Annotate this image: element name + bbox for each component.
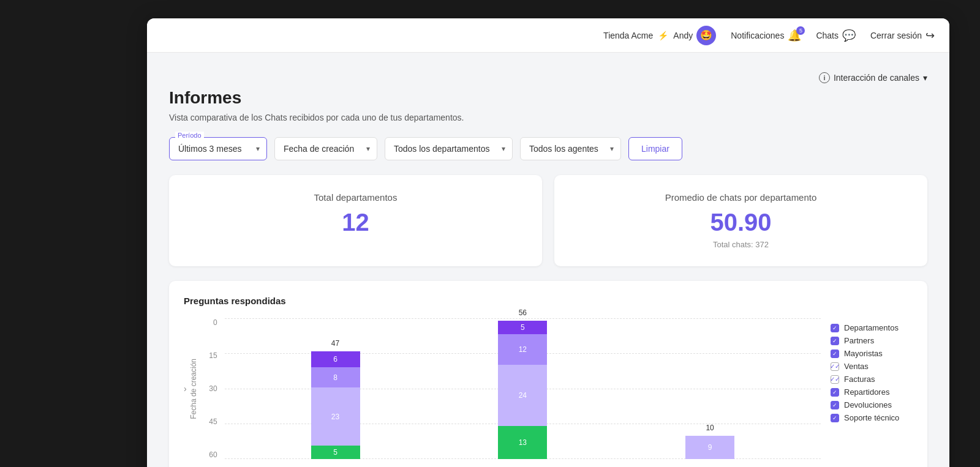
legend-item-mayoristas: Mayoristas — [831, 349, 913, 358]
period-label: Período — [175, 132, 204, 139]
header: Tienda Acme ⚡ Andy 🤩 Notificaciones 🔔 5 … — [147, 18, 949, 53]
channel-interaction-button[interactable]: i Interacción de canales ▾ — [819, 72, 927, 83]
y-axis-label-container: › Fecha de creación — [184, 318, 198, 467]
channel-interaction-label: Interacción de canales — [834, 73, 919, 83]
notifications-label: Notificaciones — [731, 31, 784, 40]
y-axis-ticks: 60 45 30 15 0 — [203, 318, 217, 467]
legend-checkbox-ventas[interactable]: ✓ — [831, 362, 839, 371]
legend-label-soporte: Soporte técnico — [844, 413, 899, 422]
dept-filter-wrap: Todos los departamentos — [385, 137, 513, 160]
chevron-down-icon: ▾ — [923, 73, 927, 83]
bar-seg-lighter-jun: 23 — [311, 387, 360, 446]
stacked-bar-ag2024: 9 — [685, 436, 734, 459]
legend-label-repartidores: Repartidores — [844, 387, 889, 397]
bar-seg-green-jun: 5 — [311, 446, 360, 459]
bar-seg-lighter-ag: 9 — [685, 436, 734, 459]
bar-group-jun2024: 47 6 8 23 5 — [311, 351, 360, 459]
legend-label-ventas: Ventas — [844, 362, 869, 371]
chart-title: Preguntas respondidas — [184, 296, 913, 306]
y-tick-0: 0 — [203, 318, 217, 327]
top-actions: i Interacción de canales ▾ — [169, 72, 927, 83]
period-select[interactable]: Últimos 3 mesesÚltimo mesÚltima semana — [169, 137, 267, 160]
chat-icon: 💬 — [842, 29, 856, 42]
y-tick-60: 60 — [203, 450, 217, 459]
logout-button[interactable]: Cerrar sesión ↪ — [870, 29, 935, 42]
legend-label-mayoristas: Mayoristas — [844, 349, 883, 358]
dept-select[interactable]: Todos los departamentos — [385, 137, 513, 160]
avg-chats-value: 50.90 — [579, 209, 903, 236]
bar-seg-green-jul: 13 — [498, 426, 547, 459]
chart-section: Preguntas respondidas › Fecha de creació… — [169, 281, 927, 467]
period-filter-wrap: Período Últimos 3 mesesÚltimo mesÚltima … — [169, 137, 267, 160]
chart-legend: Departamentos Partners Mayoristas ✓ — [821, 318, 913, 467]
total-chats-sub: Total chats: 372 — [579, 240, 903, 249]
chart-grid-bars: 47 6 8 23 5 56 — [225, 318, 821, 467]
avg-chats-label: Promedio de chats por departamento — [579, 192, 903, 203]
x-label-jul2024: Jul 2024 — [498, 464, 547, 467]
x-axis-labels: Jun 2024 Jul 2024 Ag 2024 — [225, 464, 821, 467]
notifications-button[interactable]: Notificaciones 🔔 5 — [731, 29, 801, 42]
filters-row: Período Últimos 3 mesesÚltimo mesÚltima … — [169, 137, 927, 160]
badge-count: 5 — [796, 26, 805, 35]
stacked-bar-jul2024: 5 12 24 13 — [498, 321, 547, 459]
legend-item-partners: Partners — [831, 336, 913, 345]
page-title: Informes — [169, 88, 927, 108]
legend-label-departamentos: Departamentos — [844, 323, 899, 332]
clear-button[interactable]: Limpiar — [628, 137, 682, 160]
date-filter-wrap: Fecha de creaciónFecha de cierre — [274, 137, 377, 160]
bar-total-jul2024: 56 — [519, 308, 527, 317]
legend-label-facturas: Facturas — [844, 375, 875, 384]
agents-select[interactable]: Todos los agentes — [520, 137, 621, 160]
stacked-bar-jun2024: 6 8 23 5 — [311, 351, 360, 459]
legend-label-devoluciones: Devoluciones — [844, 400, 892, 409]
logout-label: Cerrar sesión — [870, 31, 922, 40]
store-name: Tienda Acme — [603, 31, 653, 40]
bars-wrapper: 47 6 8 23 5 56 — [225, 318, 821, 459]
bar-seg-light-jul: 12 — [498, 334, 547, 365]
avatar: 🤩 — [696, 26, 716, 45]
logout-icon: ↪ — [925, 29, 935, 42]
page-subtitle: Vista comparativa de los Chats recibidos… — [169, 113, 927, 122]
total-dept-card: Total departamentos 12 — [169, 175, 542, 266]
agent-name: Andy — [673, 31, 693, 40]
info-icon: i — [819, 72, 830, 83]
chats-label: Chats — [816, 31, 839, 40]
legend-item-ventas: ✓ Ventas — [831, 362, 913, 371]
bar-group-ag2024: 10 9 — [685, 436, 734, 459]
chats-button[interactable]: Chats 💬 — [816, 29, 856, 42]
legend-checkbox-repartidores[interactable] — [831, 388, 839, 397]
chart-container: › Fecha de creación 60 45 30 15 0 — [184, 318, 913, 467]
dot-separator: ⚡ — [658, 31, 668, 40]
total-dept-value: 12 — [194, 209, 518, 236]
total-dept-label: Total departamentos — [194, 192, 518, 203]
bar-seg-light-jun: 8 — [311, 367, 360, 387]
x-label-jun2024: Jun 2024 — [311, 464, 360, 467]
date-select[interactable]: Fecha de creaciónFecha de cierre — [274, 137, 377, 160]
legend-item-departamentos: Departamentos — [831, 323, 913, 332]
avg-chats-card: Promedio de chats por departamento 50.90… — [554, 175, 927, 266]
collapse-icon[interactable]: › — [184, 384, 187, 394]
bar-group-jul2024: 56 5 12 24 13 — [498, 321, 547, 459]
legend-checkbox-mayoristas[interactable] — [831, 349, 839, 358]
legend-checkbox-departamentos[interactable] — [831, 324, 839, 332]
main-content: i Interacción de canales ▾ Informes Vist… — [147, 53, 949, 467]
legend-checkbox-facturas[interactable]: ✓ — [831, 375, 839, 384]
agents-filter-wrap: Todos los agentes — [520, 137, 621, 160]
legend-checkbox-partners[interactable] — [831, 337, 839, 345]
chart-bars-area: 47 6 8 23 5 56 — [225, 318, 821, 467]
stats-row: Total departamentos 12 Promedio de chats… — [169, 175, 927, 266]
legend-checkbox-soporte[interactable] — [831, 414, 839, 422]
bar-total-jun2024: 47 — [331, 339, 339, 348]
bar-seg-dark-jul: 5 — [498, 321, 547, 334]
notification-badge-wrap: 🔔 5 — [788, 29, 801, 42]
bar-total-ag2024: 10 — [706, 424, 714, 432]
legend-item-facturas: ✓ Facturas — [831, 375, 913, 384]
bar-seg-lighter-jul: 24 — [498, 365, 547, 426]
y-tick-15: 15 — [203, 351, 217, 360]
legend-item-devoluciones: Devoluciones — [831, 400, 913, 409]
legend-item-soporte: Soporte técnico — [831, 413, 913, 422]
y-axis-label: Fecha de creación — [189, 359, 198, 419]
legend-checkbox-devoluciones[interactable] — [831, 401, 839, 409]
legend-item-repartidores: Repartidores — [831, 387, 913, 397]
y-tick-45: 45 — [203, 417, 217, 426]
